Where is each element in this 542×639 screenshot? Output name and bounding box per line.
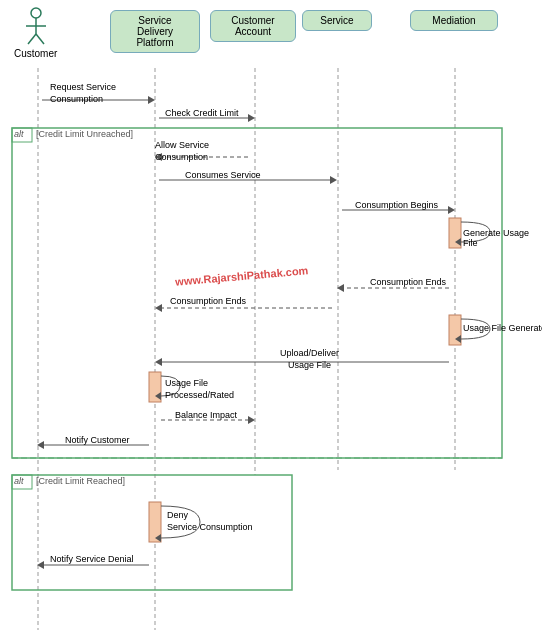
- alt1-condition: [Credit Limit Unreached]: [36, 129, 133, 139]
- msg-usage-file-processed-label: Usage File Processed/Rated: [165, 378, 234, 401]
- svg-marker-19: [448, 206, 455, 214]
- alt2-condition: [Credit Limit Reached]: [36, 476, 125, 486]
- customer-actor-icon: [22, 6, 50, 46]
- customer-label: Customer: [14, 48, 57, 59]
- svg-marker-29: [155, 358, 162, 366]
- service-box: Service: [302, 10, 372, 31]
- sdp-lifeline-header: Service Delivery Platform: [110, 10, 200, 53]
- svg-rect-36: [149, 502, 161, 542]
- alt2-label: alt: [14, 476, 24, 486]
- svg-rect-30: [149, 372, 161, 402]
- svg-marker-25: [155, 304, 162, 312]
- svg-rect-26: [449, 315, 461, 345]
- svg-marker-37: [155, 534, 161, 542]
- msg-balance-impact-label: Balance Impact: [175, 410, 237, 420]
- msg-consumption-ends-2-label: Consumption Ends: [170, 296, 246, 306]
- account-lifeline-header: Customer Account: [210, 10, 296, 42]
- svg-marker-13: [248, 114, 255, 122]
- msg-generate-usage-label: Generate Usage File: [463, 228, 542, 248]
- svg-marker-35: [37, 441, 44, 449]
- svg-line-43: [28, 34, 36, 44]
- msg-deny-label: Deny Service Consumption: [167, 510, 253, 533]
- msg-check-credit-label: Check Credit Limit: [165, 108, 239, 118]
- svg-marker-21: [455, 238, 461, 246]
- sdp-box: Service Delivery Platform: [110, 10, 200, 53]
- svg-marker-23: [337, 284, 344, 292]
- msg-consumption-ends-1-label: Consumption Ends: [370, 277, 446, 287]
- svg-marker-33: [248, 416, 255, 424]
- service-lifeline-header: Service: [302, 10, 372, 31]
- msg-notify-denial-label: Notify Service Denial: [50, 554, 134, 564]
- svg-rect-20: [449, 218, 461, 248]
- msg-allow-label: Allow Service Consumption: [155, 140, 209, 163]
- customer-lifeline-header: Customer: [14, 6, 57, 59]
- account-box: Customer Account: [210, 10, 296, 42]
- svg-marker-27: [455, 335, 461, 343]
- mediation-box: Mediation: [410, 10, 498, 31]
- msg-consumes-label: Consumes Service: [185, 170, 261, 180]
- watermark: www.RajarshiPathak.com: [175, 264, 309, 288]
- msg-consumption-begins-label: Consumption Begins: [355, 200, 438, 210]
- svg-line-44: [36, 34, 44, 44]
- mediation-lifeline-header: Mediation: [410, 10, 498, 31]
- msg-usage-file-generated-label: Usage File Generated: [463, 323, 542, 333]
- svg-marker-39: [37, 561, 44, 569]
- msg-upload-deliver-label: Upload/Deliver Usage File: [280, 348, 339, 371]
- svg-point-40: [31, 8, 41, 18]
- msg-request-label: Request Service Consumption: [50, 82, 116, 105]
- diagram-container: Customer Service Delivery Platform Custo…: [0, 0, 542, 639]
- msg-notify-customer-label: Notify Customer: [65, 435, 130, 445]
- alt1-label: alt: [14, 129, 24, 139]
- svg-marker-11: [148, 96, 155, 104]
- svg-marker-17: [330, 176, 337, 184]
- svg-marker-31: [155, 392, 161, 400]
